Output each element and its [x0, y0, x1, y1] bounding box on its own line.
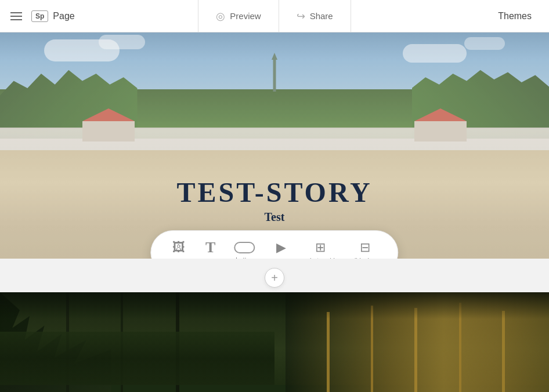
fence-post-3: [414, 308, 417, 392]
fog-overlay: [0, 32, 549, 259]
hamburger-menu-button[interactable]: [8, 10, 24, 23]
photo-label: photo: [171, 258, 187, 259]
preview-label: Preview: [230, 11, 261, 21]
hero-text-container: TEST-STORY Test: [176, 176, 372, 224]
hero-subtitle: Test: [176, 210, 372, 224]
photo-grid-icon: ⊞: [315, 241, 326, 254]
fence-post-5: [502, 311, 505, 392]
button-label: button: [236, 256, 254, 259]
add-section-button[interactable]: +: [265, 268, 284, 288]
share-label: Share: [310, 11, 333, 21]
content-divider: +: [0, 259, 549, 292]
toolbar-button[interactable]: button: [225, 239, 265, 259]
toolbar-container: 🖼 photo T text button ▶ video ⊞: [150, 230, 398, 259]
share-icon: ↪: [297, 10, 305, 23]
header-right: Themes: [433, 11, 549, 21]
glideshow-icon: ⊟: [360, 241, 370, 254]
preview-button[interactable]: ◎ Preview: [198, 0, 279, 32]
header-center: ◎ Preview ↪ Share: [116, 0, 433, 32]
glideshow-label: glideshow: [351, 257, 380, 259]
toolbar-video[interactable]: ▶ video: [265, 238, 298, 259]
share-button[interactable]: ↪ Share: [279, 0, 351, 32]
plus-icon: +: [271, 271, 278, 285]
hero-title: TEST-STORY: [176, 176, 372, 208]
fence-post-1: [327, 312, 330, 392]
video-label: video: [274, 258, 289, 259]
toolbar-text[interactable]: T text: [196, 238, 225, 259]
photo-icon: 🖼: [172, 240, 185, 255]
main-content: TEST-STORY Test 🖼 photo T text button: [0, 32, 549, 392]
themes-label: Themes: [498, 11, 532, 21]
preview-icon: ◎: [216, 10, 225, 23]
toolbar-photo-grid[interactable]: ⊞ photo grid: [298, 239, 343, 259]
logo-box: Sp: [31, 10, 48, 22]
button-icon: [234, 242, 255, 253]
logo[interactable]: Sp Page: [31, 10, 75, 22]
bottom-image: [0, 292, 549, 392]
toolbar-glideshow[interactable]: ⊟ glideshow: [343, 239, 388, 259]
toolbar-photo[interactable]: 🖼 photo: [161, 238, 196, 259]
hero-section: TEST-STORY Test 🖼 photo T text button: [0, 32, 549, 259]
header: Sp Page ◎ Preview ↪ Share Themes: [0, 0, 549, 32]
video-icon: ▶: [276, 240, 286, 255]
header-left: Sp Page: [0, 10, 116, 23]
top-dark-overlay: [0, 292, 549, 319]
photo-grid-label: photo grid: [306, 257, 335, 259]
bottom-section: [0, 292, 549, 392]
logo-text: Page: [53, 11, 74, 21]
text-icon: T: [205, 240, 215, 255]
text-label: text: [205, 258, 216, 259]
themes-button[interactable]: Themes: [498, 11, 532, 21]
water-reflection: [0, 332, 274, 384]
toolbar-pill: 🖼 photo T text button ▶ video ⊞: [150, 230, 398, 259]
